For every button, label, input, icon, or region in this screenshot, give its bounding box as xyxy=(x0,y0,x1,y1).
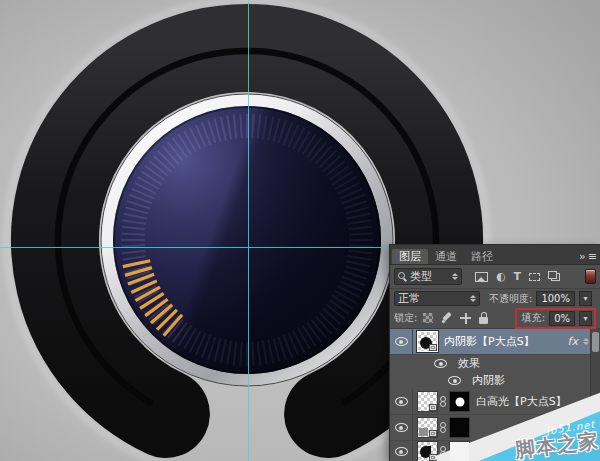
filter-pixel-layers-icon[interactable] xyxy=(475,272,488,282)
layer-name: 内阴影【P大点S】 xyxy=(444,334,535,349)
tab-channels[interactable]: 通道 xyxy=(428,249,464,264)
scrollbar-thumb[interactable] xyxy=(592,332,599,352)
lock-transparency-icon[interactable] xyxy=(423,313,433,323)
lock-pixels-icon[interactable] xyxy=(441,312,452,324)
blend-mode-dropdown[interactable]: 正常 xyxy=(394,291,480,306)
opacity-label: 不透明度: xyxy=(489,292,532,306)
panel-tab-bar: 图层 通道 路径 » ≡ xyxy=(390,245,600,265)
eye-icon[interactable] xyxy=(434,359,447,368)
filter-adjustment-layers-icon[interactable]: ◐ xyxy=(496,271,506,282)
filter-switch-icon[interactable] xyxy=(585,269,596,284)
search-icon xyxy=(398,272,407,281)
vector-mask-badge-icon xyxy=(429,344,437,351)
layer-thumbnail[interactable] xyxy=(417,331,438,352)
lock-label: 锁定: xyxy=(394,311,417,325)
fill-value[interactable]: 0% xyxy=(549,311,575,326)
lock-row: 锁定: 填充: 0% ▾ xyxy=(390,308,600,329)
layer-fx-badge[interactable]: fx xyxy=(568,335,578,348)
visibility-cell[interactable] xyxy=(448,376,461,385)
watermark: jb51.net 脚本之家 xyxy=(380,390,600,461)
filter-type-layers-icon[interactable]: T xyxy=(514,271,522,282)
blend-mode-value: 正常 xyxy=(398,291,420,306)
blend-mode-row: 正常 不透明度: 100% ▾ xyxy=(390,289,600,308)
effect-item-label: 内阴影 xyxy=(472,373,505,388)
collapse-panel-icon[interactable]: » xyxy=(579,250,588,264)
filter-icon-group: ◐ T xyxy=(475,271,560,282)
filter-shape-layers-icon[interactable] xyxy=(529,273,540,281)
effect-item-row[interactable]: 内阴影 xyxy=(390,372,600,389)
eye-icon[interactable] xyxy=(448,376,461,385)
tab-paths[interactable]: 路径 xyxy=(464,249,500,264)
opacity-dropdown-arrow[interactable]: ▾ xyxy=(579,291,592,306)
lock-icon-group xyxy=(423,312,488,324)
stepper-icon xyxy=(470,295,476,302)
fill-label: 填充: xyxy=(522,311,545,325)
panel-menu-icon[interactable]: ≡ xyxy=(588,250,598,264)
filter-kind-dropdown[interactable]: 类型 xyxy=(394,268,462,285)
fill-dropdown-arrow[interactable]: ▾ xyxy=(579,311,592,326)
visibility-cell[interactable] xyxy=(390,329,413,354)
filter-kind-label: 类型 xyxy=(410,269,432,284)
layer-filter-row: 类型 ◐ T xyxy=(390,265,600,289)
eye-icon[interactable] xyxy=(395,337,408,346)
opacity-value[interactable]: 100% xyxy=(536,291,575,306)
fill-highlight-box: 填充: 0% ▾ xyxy=(515,308,596,329)
filter-smart-objects-icon[interactable] xyxy=(551,273,560,281)
effects-group-label: 效果 xyxy=(458,356,480,371)
visibility-cell[interactable] xyxy=(434,359,447,368)
fx-collapse-icon[interactable] xyxy=(583,338,589,345)
lock-position-icon[interactable] xyxy=(460,313,471,324)
effects-group-row[interactable]: 效果 xyxy=(390,355,600,372)
lock-all-icon[interactable] xyxy=(479,317,488,324)
layer-row-inner-shadow[interactable]: 内阴影【P大点S】 fx xyxy=(390,329,600,355)
tab-layers[interactable]: 图层 xyxy=(392,249,428,264)
stepper-icon xyxy=(452,273,458,280)
